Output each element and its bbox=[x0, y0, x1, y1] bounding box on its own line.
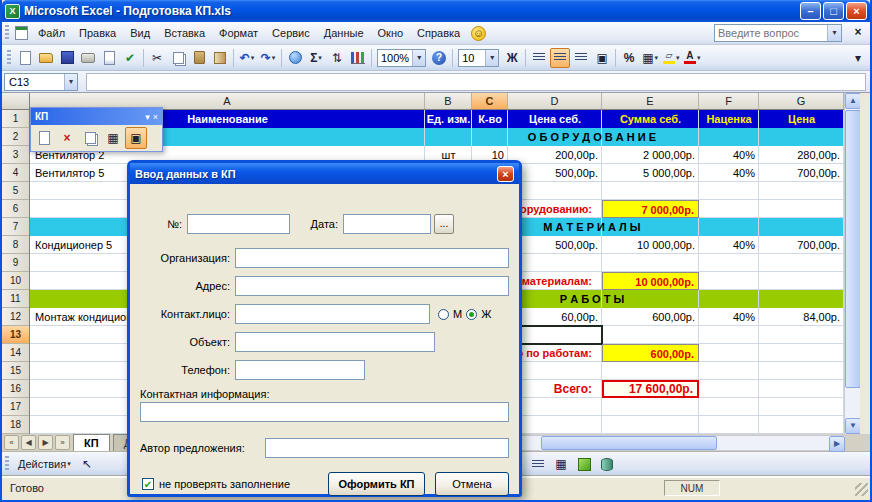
close-button[interactable]: × bbox=[846, 2, 867, 20]
scroll-up-icon[interactable]: ▲ bbox=[845, 93, 861, 109]
section-equipment-cell[interactable]: О Б О Р У Д О В А Н И Е bbox=[425, 128, 759, 146]
rectangle-shape-icon[interactable] bbox=[574, 454, 594, 474]
align-right-icon[interactable] bbox=[571, 48, 591, 68]
cell-g8[interactable]: 700,00р. bbox=[759, 236, 844, 254]
format-painter-icon[interactable] bbox=[210, 48, 230, 68]
menu-data[interactable]: Данные bbox=[317, 24, 371, 42]
print-icon[interactable] bbox=[78, 48, 98, 68]
drawbar-grip[interactable] bbox=[5, 456, 9, 472]
column-header-g[interactable]: G bbox=[759, 93, 844, 109]
menu-file[interactable]: Файл bbox=[31, 24, 72, 42]
text-lines-icon[interactable] bbox=[528, 454, 548, 474]
dialog-title-bar[interactable]: Ввод данных в КП × bbox=[130, 163, 519, 184]
row-header[interactable]: 4 bbox=[2, 164, 29, 182]
cell-e8[interactable]: 10 000,00р. bbox=[602, 236, 699, 254]
row-header[interactable]: 2 bbox=[2, 128, 29, 146]
column-header-e[interactable]: E bbox=[602, 93, 699, 109]
row-header[interactable]: 18 bbox=[2, 416, 29, 434]
maximize-button[interactable]: □ bbox=[823, 2, 844, 20]
cell-g3[interactable]: 280,00р. bbox=[759, 146, 844, 164]
cell-f3[interactable]: 40% bbox=[699, 146, 759, 164]
column-header-f[interactable]: F bbox=[699, 93, 759, 109]
vertical-scrollbar[interactable]: ▲ ▼ bbox=[844, 93, 860, 434]
help-icon[interactable]: ? bbox=[429, 48, 449, 68]
cell-e3[interactable]: 2 000,00р. bbox=[602, 146, 699, 164]
skip-validation-checkbox[interactable]: ✔ bbox=[142, 478, 154, 490]
cell-g12[interactable]: 84,00р. bbox=[759, 308, 844, 326]
radio-female[interactable] bbox=[466, 309, 477, 320]
header-price[interactable]: Цена bbox=[759, 110, 844, 128]
cell-f4[interactable]: 40% bbox=[699, 164, 759, 182]
merge-center-icon[interactable]: ▣ bbox=[592, 48, 612, 68]
kp-copy-icon[interactable] bbox=[79, 127, 101, 149]
font-color-icon[interactable]: A▾ bbox=[682, 48, 702, 68]
submit-kp-button[interactable]: Оформить КП bbox=[328, 472, 425, 496]
kp-delete-icon[interactable]: × bbox=[56, 127, 78, 149]
question-dropdown-icon[interactable]: ▾ bbox=[827, 25, 841, 41]
cell-d8[interactable]: 500,00р. bbox=[508, 236, 602, 254]
print-preview-icon[interactable] bbox=[99, 48, 119, 68]
scroll-down-icon[interactable]: ▼ bbox=[845, 418, 861, 434]
number-input[interactable] bbox=[187, 214, 290, 234]
assistant-smiley-icon[interactable]: ☺ bbox=[471, 26, 486, 41]
draw-actions-button[interactable]: Действия ▾ bbox=[12, 454, 77, 473]
menu-insert[interactable]: Вставка bbox=[157, 24, 212, 42]
kp-toolbar-close-icon[interactable]: × bbox=[153, 112, 158, 122]
workbook-close-icon[interactable]: × bbox=[850, 25, 866, 41]
radio-male[interactable] bbox=[438, 309, 449, 320]
menu-view[interactable]: Вид bbox=[123, 24, 157, 42]
cylinder-shape-icon[interactable] bbox=[597, 454, 617, 474]
scroll-right-icon[interactable]: ▶ bbox=[829, 436, 845, 452]
cell-e12[interactable]: 600,00р. bbox=[602, 308, 699, 326]
name-box[interactable]: C13 ▾ bbox=[4, 73, 78, 91]
organization-input[interactable] bbox=[235, 248, 509, 268]
date-browse-button[interactable]: ... bbox=[434, 214, 454, 234]
spelling-icon[interactable]: ✔ bbox=[120, 48, 140, 68]
workbook-icon[interactable] bbox=[15, 26, 28, 40]
header-unit[interactable]: Ед. изм. bbox=[425, 110, 472, 128]
address-input[interactable] bbox=[235, 276, 509, 296]
question-input[interactable] bbox=[715, 25, 827, 41]
cell-d3[interactable]: 200,00р. bbox=[508, 146, 602, 164]
sheet-tab-kp[interactable]: КП bbox=[73, 434, 110, 451]
formula-input[interactable] bbox=[86, 73, 866, 91]
tab-last-icon[interactable]: » bbox=[55, 435, 70, 450]
header-cost[interactable]: Цена себ. bbox=[508, 110, 602, 128]
works-total-value[interactable]: 600,00р. bbox=[602, 344, 699, 362]
row-header[interactable]: 12 bbox=[2, 308, 29, 326]
minimize-button[interactable]: – bbox=[800, 2, 821, 20]
kp-create-icon[interactable] bbox=[33, 127, 55, 149]
tab-prev-icon[interactable]: ◀ bbox=[21, 435, 36, 450]
header-markup[interactable]: Наценка bbox=[699, 110, 759, 128]
row-header[interactable]: 16 bbox=[2, 380, 29, 398]
header-qty[interactable]: К-во bbox=[472, 110, 508, 128]
cell-d4[interactable]: 500,00р. bbox=[508, 164, 602, 182]
font-size-dropdown-icon[interactable]: ▾ bbox=[485, 50, 498, 66]
header-sum[interactable]: Сумма себ. bbox=[602, 110, 699, 128]
row-header[interactable]: 8 bbox=[2, 236, 29, 254]
cell-f12[interactable]: 40% bbox=[699, 308, 759, 326]
vertical-scroll-thumb[interactable] bbox=[845, 110, 861, 388]
equipment-total-value[interactable]: 7 000,00р. bbox=[602, 200, 699, 218]
row-header[interactable]: 15 bbox=[2, 362, 29, 380]
chart-wizard-icon[interactable] bbox=[348, 48, 368, 68]
menu-tools[interactable]: Сервис bbox=[265, 24, 317, 42]
align-left-icon[interactable] bbox=[529, 48, 549, 68]
cut-icon[interactable]: ✂ bbox=[147, 48, 167, 68]
percent-style-icon[interactable]: % bbox=[619, 48, 639, 68]
horizontal-scroll-thumb[interactable] bbox=[541, 436, 717, 450]
tab-next-icon[interactable]: ▶ bbox=[38, 435, 53, 450]
menu-window[interactable]: Окно bbox=[371, 24, 411, 42]
zoom-dropdown-icon[interactable]: ▾ bbox=[412, 50, 425, 66]
column-header-b[interactable]: B bbox=[425, 93, 472, 109]
contact-info-input[interactable] bbox=[140, 402, 509, 422]
dialog-close-icon[interactable]: × bbox=[497, 166, 514, 182]
row-header[interactable]: 17 bbox=[2, 398, 29, 416]
title-bar[interactable]: X Microsoft Excel - Подготовка КП.xls – … bbox=[2, 0, 870, 22]
borders-icon[interactable]: ▦▾ bbox=[640, 48, 660, 68]
toolbar-grip[interactable] bbox=[7, 50, 11, 66]
row-header[interactable]: 10 bbox=[2, 272, 29, 290]
row-header-13[interactable]: 13 bbox=[2, 326, 29, 344]
grand-total-value[interactable]: 17 600,00р. bbox=[602, 380, 699, 398]
save-icon[interactable] bbox=[57, 48, 77, 68]
